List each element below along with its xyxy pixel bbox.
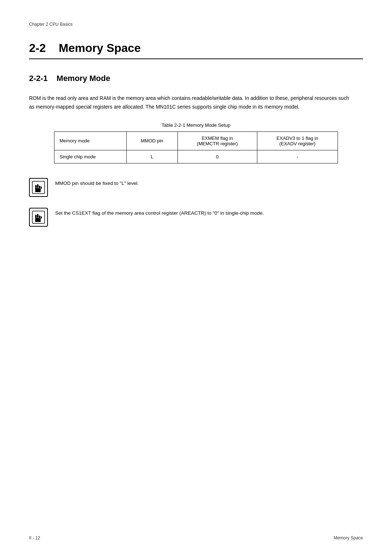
page-footer: II - 12 Memory Space (29, 535, 363, 540)
note-icon-1 (29, 178, 48, 197)
table-row: Single chip mode L 0 - (54, 150, 338, 163)
note-1: MMOD pin should be fixed to "L" level. (29, 178, 363, 197)
col-header-exadv-flag: EXADV3 to 1 flag in(EXADV register) (257, 131, 338, 150)
note-2-text: Set the CS1EXT flag of the memory area c… (55, 208, 264, 217)
body-text: ROM is the read only area and RAM is the… (29, 94, 356, 112)
note-2: Set the CS1EXT flag of the memory area c… (29, 208, 363, 227)
col-header-mmod-pin: MMOD pin (126, 131, 177, 150)
col-header-memory-mode: Memory mode (54, 131, 127, 150)
cell-exmem: 0 (177, 150, 257, 163)
svg-rect-10 (37, 214, 38, 218)
svg-rect-11 (39, 215, 40, 218)
cell-mmod: L (126, 150, 177, 163)
section-title-text: Memory Space (59, 41, 141, 54)
section-title: 2-2 Memory Space (29, 41, 363, 59)
memory-mode-table: Memory mode MMOD pin EXMEM flag in(MEMCT… (54, 131, 338, 163)
cell-exadv: - (257, 150, 338, 163)
svg-rect-5 (41, 186, 42, 189)
cell-mode-name: Single chip mode (54, 150, 127, 163)
note-icon-2 (29, 208, 48, 227)
subsection-title-text: Memory Mode (57, 74, 110, 83)
note-1-text: MMOD pin should be fixed to "L" level. (55, 178, 139, 187)
note-svg-icon-1 (32, 181, 45, 194)
page: Chapter 2 CPU Basics 2-2 Memory Space 2-… (0, 0, 392, 555)
footer-section-name: Memory Space (334, 535, 363, 540)
col-header-exmem-flag: EXMEM flag in(MEMCTR register) (177, 131, 257, 150)
breadcrumb: Chapter 2 CPU Basics (29, 22, 363, 27)
svg-rect-13 (35, 218, 41, 222)
svg-rect-4 (39, 186, 40, 189)
subsection-number: 2-2-1 (29, 74, 48, 83)
section-number: 2-2 (29, 41, 46, 54)
note-svg-icon-2 (32, 210, 45, 224)
subsection-title: 2-2-1 Memory Mode (29, 74, 363, 83)
svg-rect-12 (41, 216, 42, 219)
svg-rect-6 (35, 189, 41, 192)
table-header-row: Memory mode MMOD pin EXMEM flag in(MEMCT… (54, 131, 338, 150)
svg-rect-3 (37, 184, 38, 188)
table-caption: Table 2-2-1 Memory Mode Setup (29, 122, 363, 128)
footer-page-number: II - 12 (29, 535, 40, 540)
